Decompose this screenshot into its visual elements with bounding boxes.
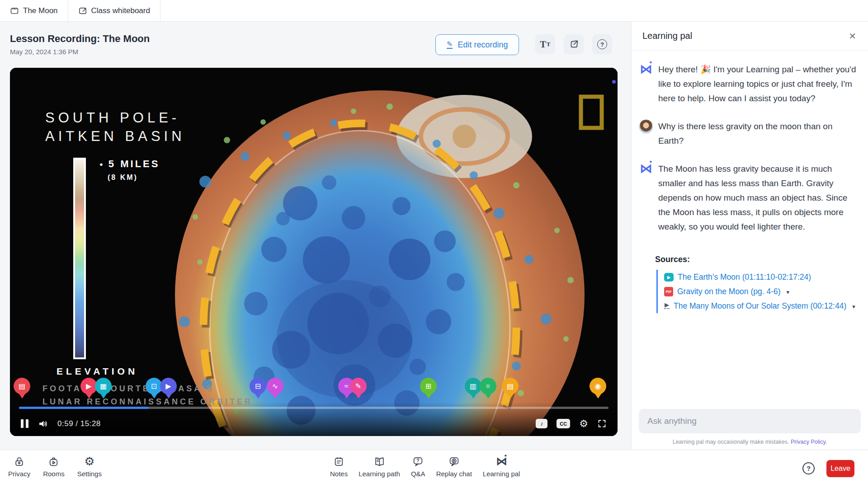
chat-message-bot: Hey there! 🎉 I'm your Learning pal – whe… xyxy=(639,62,859,106)
video-overlay-title: SOUTH POLE- AITKEN BASIN xyxy=(45,108,185,145)
video-controls: 0:59 / 15:28 ♪ CC ⚙ xyxy=(10,411,618,436)
question-bubble-icon: ? xyxy=(412,455,424,468)
scale-dot: ● xyxy=(99,161,105,168)
svg-text:?: ? xyxy=(417,458,420,463)
main-content: Lesson Recording: The Moon May 20, 2024 … xyxy=(0,22,631,450)
toolbar-item-qa[interactable]: ? Q&A xyxy=(411,455,425,478)
learning-pal-avatar-icon xyxy=(639,162,653,176)
pen-pin[interactable]: ✎ xyxy=(350,378,367,394)
tab-class-whiteboard[interactable]: Class whiteboard xyxy=(68,0,160,21)
learning-pal-panel: Learning pal Hey there! 🎉 I'm your Learn… xyxy=(631,22,868,450)
page-date: May 20, 2024 1:36 PM xyxy=(10,48,150,56)
tab-bar: The Moon Class whiteboard xyxy=(0,0,868,22)
book-icon xyxy=(373,455,386,468)
share-icon xyxy=(569,39,579,49)
clip-pin[interactable]: ▶ xyxy=(160,378,177,394)
elevation-scale xyxy=(73,158,86,359)
privacy-policy-link[interactable]: Privacy Policy. xyxy=(791,439,827,445)
whiteboard-icon xyxy=(78,6,87,15)
source-row: Gravity on the Moon (pg. 4-6) xyxy=(664,284,859,299)
notes-pin[interactable]: ▤ xyxy=(502,378,519,394)
edit-recording-label: Edit recording xyxy=(458,40,508,50)
pdf-pin[interactable]: ▤ xyxy=(14,378,30,394)
learning-pal-avatar-icon xyxy=(639,62,653,77)
fullscreen-button[interactable] xyxy=(597,419,607,428)
rooms-icon xyxy=(47,455,60,468)
tab-the-moon[interactable]: The Moon xyxy=(0,0,68,21)
toolbar-item-notes[interactable]: Notes xyxy=(330,455,348,478)
notes-icon xyxy=(333,455,345,468)
chat-message-user: Why is there less gravity on the moon th… xyxy=(639,119,859,148)
toolbar-item-replay-chat[interactable]: Replay chat xyxy=(436,455,472,478)
chart-pin[interactable]: ▥ xyxy=(465,378,481,394)
close-icon[interactable] xyxy=(849,31,856,42)
chat-messages: Hey there! 🎉 I'm your Learning pal – whe… xyxy=(632,51,868,409)
chat-message-bot: The Moon has less gravity because it is … xyxy=(639,162,859,234)
source-list: The Earth’s Moon (01:11:10-02:17:24) Gra… xyxy=(656,270,859,313)
learning-pal-header: Learning pal xyxy=(632,22,868,51)
video-settings-button[interactable]: ⚙ xyxy=(579,419,588,429)
reel-pin[interactable]: ▦ xyxy=(95,378,112,394)
chevron-down-icon[interactable] xyxy=(785,287,790,296)
source-row: The Earth’s Moon (01:11:10-02:17:24) xyxy=(664,270,859,284)
miniplayer-button[interactable]: ♪ xyxy=(536,419,547,428)
volume-button[interactable] xyxy=(38,418,48,429)
disclaimer: Learning pal may occasionally make mista… xyxy=(632,439,868,445)
toolbar-left-group: Privacy Rooms Settings xyxy=(8,455,102,478)
page-title: Lesson Recording: The Moon xyxy=(10,33,150,45)
toolbar-center-group: Notes Learning path ? Q&A Replay chat Le… xyxy=(330,455,520,478)
pdf-source-icon xyxy=(664,287,673,296)
video-time: 0:59 / 15:28 xyxy=(57,419,101,428)
sources-label: Sources: xyxy=(655,255,859,264)
tab-label: The Moon xyxy=(23,6,58,15)
chevron-down-icon[interactable] xyxy=(850,301,855,311)
text-format-button[interactable] xyxy=(535,34,555,54)
board-pin[interactable]: ⊞ xyxy=(420,378,437,394)
help-circle-button[interactable]: ? xyxy=(802,462,815,474)
grid-pin[interactable]: ⌗ xyxy=(480,378,496,394)
timeline-pins: ▤ ▶ ▦ ⊡ ▶ ⊟ ∿ ≈ ✎ ⊞ ▥ ⌗ ▤ ◉ xyxy=(10,378,618,403)
recording-icon xyxy=(10,6,19,15)
toolbar-item-privacy[interactable]: Privacy xyxy=(8,455,30,478)
pencil-icon: ✎ xyxy=(447,41,453,49)
message-text: Hey there! 🎉 I'm your Learning pal – whe… xyxy=(658,62,859,106)
replay-bubble-icon xyxy=(448,455,460,468)
elevation-label: ELEVATION xyxy=(57,366,138,377)
camera-pin[interactable]: ◉ xyxy=(590,378,606,394)
toolbar-item-learning-path[interactable]: Learning path xyxy=(359,455,400,478)
message-text: Why is there less gravity on the moon th… xyxy=(658,119,859,148)
replay-source-icon xyxy=(664,303,670,309)
edit-recording-button[interactable]: ✎ Edit recording xyxy=(435,34,519,55)
source-link[interactable]: The Earth’s Moon (01:11:10-02:17:24) xyxy=(678,272,811,282)
doodle-pin[interactable]: ∿ xyxy=(267,378,283,394)
gear-icon xyxy=(84,455,94,468)
pause-button[interactable] xyxy=(21,419,28,428)
source-row: The Many Moons of Our Solar System (00:1… xyxy=(664,299,859,313)
source-link[interactable]: The Many Moons of Our Solar System (00:1… xyxy=(674,301,846,311)
message-text: The Moon has less gravity because it is … xyxy=(658,162,859,234)
learning-pal-icon xyxy=(495,455,508,468)
tab-label: Class whiteboard xyxy=(91,6,150,15)
video-progress-bar[interactable] xyxy=(19,407,609,409)
question-icon: ? xyxy=(597,39,607,49)
toolbar-item-settings[interactable]: Settings xyxy=(77,455,102,478)
sources-section: Sources: The Earth’s Moon (01:11:10-02:1… xyxy=(655,255,859,313)
learning-pal-title: Learning pal xyxy=(642,31,692,41)
bottom-toolbar: Privacy Rooms Settings Notes Learning pa… xyxy=(0,450,868,488)
share-button[interactable] xyxy=(564,34,584,54)
ask-anything-input[interactable] xyxy=(639,409,861,433)
video-progress-fill xyxy=(19,407,149,409)
source-link[interactable]: Gravity on the Moon (pg. 4-6) xyxy=(677,287,781,296)
video-player[interactable]: SOUTH POLE- AITKEN BASIN ●5 MILES (8 KM)… xyxy=(10,68,618,436)
lock-icon xyxy=(13,455,25,468)
folder-pin[interactable]: ⊟ xyxy=(250,378,266,394)
leave-button[interactable]: Leave xyxy=(826,460,854,477)
toolbar-item-rooms[interactable]: Rooms xyxy=(43,455,65,478)
page-header: Lesson Recording: The Moon May 20, 2024 … xyxy=(10,33,150,56)
video-source-icon xyxy=(664,273,674,282)
elevation-scale-label: ●5 MILES (8 KM) xyxy=(99,158,160,183)
captions-button[interactable]: CC xyxy=(557,419,570,428)
help-button[interactable]: ? xyxy=(592,34,612,54)
toolbar-item-learning-pal[interactable]: Learning pal xyxy=(483,455,520,478)
user-avatar xyxy=(639,119,653,134)
